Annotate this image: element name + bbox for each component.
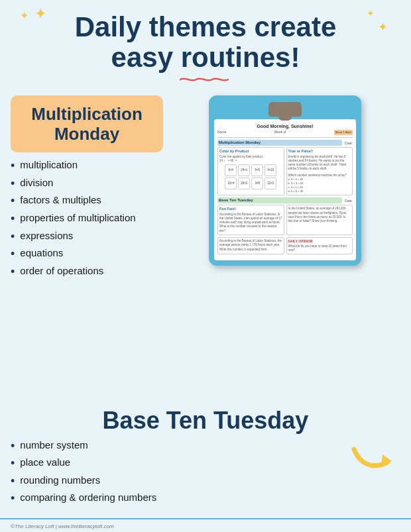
week-label: Week of xyxy=(274,130,286,134)
paper-tuesday-row: Base Ten Tuesday Date: xyxy=(217,197,353,205)
apple-4: 4×10 xyxy=(264,164,276,176)
bottom-section: Base Ten Tuesday number system place val… xyxy=(0,403,411,518)
paper-date: Date: xyxy=(345,141,353,146)
main-title: Daily themes create easy routines! xyxy=(13,12,398,73)
bullet-comparing-ordering: comparing & ordering numbers xyxy=(11,492,351,506)
clipboard: Good Morning, Sunshine! Name Week of Wee… xyxy=(209,95,361,266)
clipboard-wrapper: Good Morning, Sunshine! Name Week of Wee… xyxy=(209,95,361,266)
bullet-rounding-numbers: rounding numbers xyxy=(11,474,351,489)
paper-col-expanded: According to the Bureau of Labor Statist… xyxy=(217,237,284,254)
divider-line xyxy=(0,518,411,519)
bullet-division: division xyxy=(11,177,163,191)
paper-columns-1: Color by Product Color the apples by the… xyxy=(217,147,353,195)
tuesday-title-box: Base Ten Tuesday xyxy=(11,407,400,434)
bullet-order-of-operations: order of operations xyxy=(11,265,163,280)
left-column: Multiplication Monday multiplication div… xyxy=(11,95,163,399)
paper-tuesday-title: Base Ten Tuesday xyxy=(217,197,342,204)
week-badge: Week 1 Math xyxy=(334,130,353,134)
tuesday-bullet-list-wrapper: number system place value rounding numbe… xyxy=(11,439,351,511)
paper-col-funfact: Fun Fact! According to the Bureau of Lab… xyxy=(217,205,284,235)
paper-col-problem: In the United States, an average of 293,… xyxy=(286,205,353,235)
star-decoration-4: ✦ xyxy=(367,8,375,19)
monday-title-line1: Multiplication xyxy=(31,104,143,124)
paper-col-true-false: True or False? Emoki is organizing his b… xyxy=(286,147,353,195)
right-column: Good Morning, Sunshine! Name Week of Wee… xyxy=(170,95,400,399)
apple-5: 10×4 xyxy=(225,178,237,189)
title-line2: easy routines! xyxy=(13,42,398,73)
paper-columns-3: According to the Bureau of Labor Statist… xyxy=(217,237,353,254)
tuesday-title: Base Ten Tuesday xyxy=(11,407,400,434)
title-line1: Daily themes create xyxy=(13,12,398,42)
paper-monday-row: Multiplication Monday Date: xyxy=(217,140,353,148)
squiggle-decoration xyxy=(179,76,232,83)
paper-col-color: Color by Product Color the apples by the… xyxy=(217,147,284,195)
apple-1: 6×4 xyxy=(225,164,237,176)
star-decoration-1: ✦ xyxy=(20,9,29,22)
name-label: Name xyxy=(217,130,226,134)
bottom-content: number system place value rounding numbe… xyxy=(11,439,400,511)
bullet-number-system: number system xyxy=(11,439,351,454)
name-week-row: Name Week of Week 1 Math xyxy=(217,130,353,134)
bullet-multiplication: multiplication xyxy=(11,159,163,174)
bullet-properties: properties of multiplication xyxy=(11,212,163,227)
apple-2: 24×1 xyxy=(238,164,250,176)
bullet-equations: equations xyxy=(11,247,163,262)
apple-row-2: 10×4 20×2 3×8 12×2 xyxy=(219,178,282,189)
apple-3: 5×5 xyxy=(251,164,263,176)
paper-monday-title: Multiplication Monday xyxy=(217,140,342,146)
apple-8: 12×2 xyxy=(264,178,276,189)
good-morning-text: Good Morning, Sunshine! xyxy=(217,123,353,129)
star-decoration-2: ✦ xyxy=(34,5,46,23)
main-container: ✦ ✦ ✦ ✦ Daily themes create easy routine… xyxy=(0,0,411,532)
star-decoration-3: ✦ xyxy=(378,20,388,34)
apple-7: 3×8 xyxy=(251,178,263,189)
arrow-decoration xyxy=(351,439,397,479)
monday-bullet-list: multiplication division factors & multip… xyxy=(11,159,163,282)
monday-title-line2: Monday xyxy=(54,124,119,144)
monday-title: Multiplication Monday xyxy=(21,105,152,144)
bullet-expressions: expressions xyxy=(11,230,163,244)
bullet-place-value: place value xyxy=(11,456,351,471)
apple-6: 20×2 xyxy=(238,178,250,189)
clipboard-paper: Good Morning, Sunshine! Name Week of Wee… xyxy=(214,119,356,260)
paper-col-daily: DAILY OPINION What job do you hope to ha… xyxy=(286,237,353,254)
paper-columns-2: Fun Fact! According to the Bureau of Lab… xyxy=(217,205,353,235)
bullet-factors-multiples: factors & multiples xyxy=(11,194,163,209)
header: ✦ ✦ ✦ ✦ Daily themes create easy routine… xyxy=(0,0,411,91)
monday-box: Multiplication Monday xyxy=(11,95,163,152)
apple-row-1: 6×4 24×1 5×5 4×10 xyxy=(219,164,282,176)
paper-header: Good Morning, Sunshine! Name Week of Wee… xyxy=(217,123,353,137)
footer: ©The Literacy Loft | www.theliteracyloft… xyxy=(0,521,411,532)
content-area: Multiplication Monday multiplication div… xyxy=(0,91,411,403)
arrow-svg xyxy=(351,443,397,479)
tuesday-bullet-list: number system place value rounding numbe… xyxy=(11,439,351,506)
paper-date-2: Date: xyxy=(345,199,353,203)
footer-text: ©The Literacy Loft | www.theliteracyloft… xyxy=(11,523,114,529)
clipboard-clip xyxy=(268,102,302,117)
